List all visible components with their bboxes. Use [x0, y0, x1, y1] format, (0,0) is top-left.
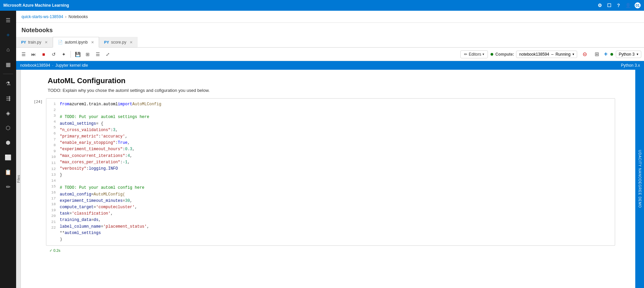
sidebar-compute-icon[interactable]: ⬜ — [1, 151, 15, 164]
cell-type-btn[interactable]: ☰ — [19, 50, 28, 59]
code-line: "n_cross_validations": 3, — [60, 127, 611, 133]
page-title: Notebooks — [21, 27, 639, 34]
page-header: Notebooks — [16, 23, 644, 37]
files-tab[interactable]: Files — [16, 174, 21, 184]
editors-button[interactable]: ✏ Editors ▾ — [460, 50, 488, 58]
run-all-btn[interactable]: ⏭ — [29, 50, 38, 59]
automl-icon: 📄 — [58, 40, 63, 45]
sidebar-home-icon[interactable]: ⌂ — [1, 43, 15, 56]
tab-train[interactable]: PY train.py ✕ — [16, 37, 53, 48]
line-number: 4 — [50, 119, 56, 125]
line-number: 18 — [50, 201, 56, 208]
code-lines: from azureml.train.automl import AutoMLC… — [60, 101, 611, 243]
compute-dropdown[interactable]: notebook138594 – Running ▾ — [516, 51, 577, 58]
feedback-icon[interactable]: ☐ — [606, 3, 612, 8]
code-line: label_column_name='placement_status', — [60, 224, 611, 230]
tabs-bar: PY train.py ✕ 📄 automl.ipynb ✕ PY score.… — [16, 37, 644, 48]
code-line: "max_concurrent_iterations": 4, — [60, 153, 611, 159]
sidebar-models-icon[interactable]: ⬡ — [1, 121, 15, 134]
code-content[interactable]: 12345678910111213141516171819202122 from… — [46, 98, 615, 246]
line-number: 11 — [50, 160, 56, 166]
line-number: 10 — [50, 154, 56, 160]
sidebar-menu-toggle[interactable]: ☰ — [1, 13, 15, 27]
kernel-version: Python 3.x — [621, 63, 640, 68]
markdown-title: AutoML Configuration — [48, 76, 615, 85]
sidebar-experiments-icon[interactable]: ⚗ — [1, 77, 15, 90]
code-line: from azureml.train.automl import AutoMLC… — [60, 101, 611, 108]
user-icon[interactable]: 👤 — [625, 3, 631, 8]
line-numbers: 12345678910111213141516171819202122 — [50, 101, 60, 243]
maximize-btn[interactable]: ⤢ — [103, 50, 112, 59]
stop-btn[interactable]: ■ — [39, 50, 48, 59]
sidebar-edit-icon[interactable]: ✏ — [1, 180, 15, 193]
add-compute-btn[interactable]: + — [604, 51, 608, 58]
code-line: "experiment_timeout_hours": 0.3, — [60, 146, 611, 153]
content-area: quick-starts-ws-138594 › Notebooks Noteb… — [16, 11, 644, 288]
line-number: 6 — [50, 131, 56, 137]
breadcrumb-workspace[interactable]: quick-starts-ws-138594 — [21, 14, 63, 19]
tab-score-close[interactable]: ✕ — [130, 41, 133, 44]
status-sep: · — [52, 63, 53, 68]
line-number: 22 — [50, 225, 56, 231]
kernel-dropdown[interactable]: Python 3 ▾ — [616, 51, 641, 58]
code-cell[interactable]: [24] 12345678910111213141516171819202122… — [28, 98, 615, 246]
kernel-dot — [610, 53, 613, 56]
notifications-badge[interactable]: 01 — [635, 2, 641, 8]
code-line: training_data=ds, — [60, 217, 611, 223]
line-number: 16 — [50, 190, 56, 196]
editors-chevron: ▾ — [482, 52, 484, 56]
code-line: task='classification', — [60, 211, 611, 217]
tab-automl-label: automl.ipynb — [65, 40, 88, 45]
execution-count: [24] — [28, 98, 46, 104]
code-line: "max_cores_per_iteration": -1, — [60, 159, 611, 166]
tab-automl-close[interactable]: ✕ — [91, 41, 94, 44]
code-line — [60, 178, 611, 185]
status-notebook: notebook138594 — [20, 63, 50, 68]
delete-compute-btn[interactable]: ⊝ — [580, 50, 589, 59]
compute-status: Running — [555, 52, 570, 57]
settings-icon[interactable]: ⚙ — [597, 3, 602, 8]
code-line: **automl_settings — [60, 230, 611, 236]
clear-btn[interactable]: ✦ — [59, 50, 68, 59]
line-number: 15 — [50, 184, 56, 190]
tab-score-label: score.py — [111, 40, 126, 45]
tab-automl[interactable]: 📄 automl.ipynb ✕ — [53, 37, 99, 48]
markdown-text: TODO: Explain why you chose the automl s… — [48, 88, 615, 93]
line-number: 1 — [50, 101, 56, 107]
line-number: 19 — [50, 208, 56, 214]
sidebar-endpoints-icon[interactable]: ⬢ — [1, 136, 15, 149]
line-number: 2 — [50, 107, 56, 113]
code-line: compute_target='computecluster', — [60, 204, 611, 211]
top-bar-icons: ⚙ ☐ ? 👤 01 — [597, 2, 641, 8]
notebook-body: AutoML Configuration TODO: Explain why y… — [21, 70, 635, 288]
editors-label: Editors — [469, 52, 481, 57]
sidebar-pipelines-icon[interactable]: ⇶ — [1, 92, 15, 105]
line-number: 12 — [50, 166, 56, 172]
sidebar-notebooks-icon[interactable]: 📋 — [1, 165, 15, 179]
help-icon[interactable]: ? — [616, 3, 621, 8]
sidebar-data-icon[interactable]: ◈ — [1, 106, 15, 120]
restart-btn[interactable]: ↺ — [49, 50, 58, 59]
line-number: 9 — [50, 149, 56, 155]
tab-score[interactable]: PY score.py ✕ — [99, 37, 138, 48]
export-btn[interactable]: ⊞ — [83, 50, 92, 59]
line-number: 21 — [50, 219, 56, 225]
code-line: "enable_early_stopping": True, — [60, 140, 611, 146]
breadcrumb: quick-starts-ws-138594 › Notebooks — [16, 11, 644, 23]
compute-dash: – — [551, 52, 554, 57]
right-edge-panel[interactable]: UDACITY NANODEGREE DEMO — [635, 70, 644, 288]
sidebar-dashboard-icon[interactable]: ▦ — [1, 58, 15, 71]
toolbar-right: ✏ Editors ▾ Compute: notebook138594 – Ru… — [460, 50, 641, 59]
code-line: "verbosity": logging.INFO — [60, 166, 611, 172]
cell-status: ✓ 0.2s — [28, 248, 615, 253]
list-btn[interactable]: ☰ — [93, 50, 102, 59]
breadcrumb-separator: › — [65, 14, 66, 19]
grid-btn[interactable]: ⊞ — [592, 50, 601, 59]
status-text: Jupyter kernel idle — [55, 63, 88, 68]
code-line: automl_config = AutoMLConfig( — [60, 191, 611, 198]
tab-train-label: train.py — [28, 40, 41, 45]
top-bar: Microsoft Azure Machine Learning ⚙ ☐ ? 👤… — [0, 0, 644, 11]
tab-train-close[interactable]: ✕ — [45, 41, 48, 44]
save-btn[interactable]: 💾 — [73, 50, 82, 59]
sidebar-add-btn[interactable]: ＋ — [1, 28, 15, 42]
